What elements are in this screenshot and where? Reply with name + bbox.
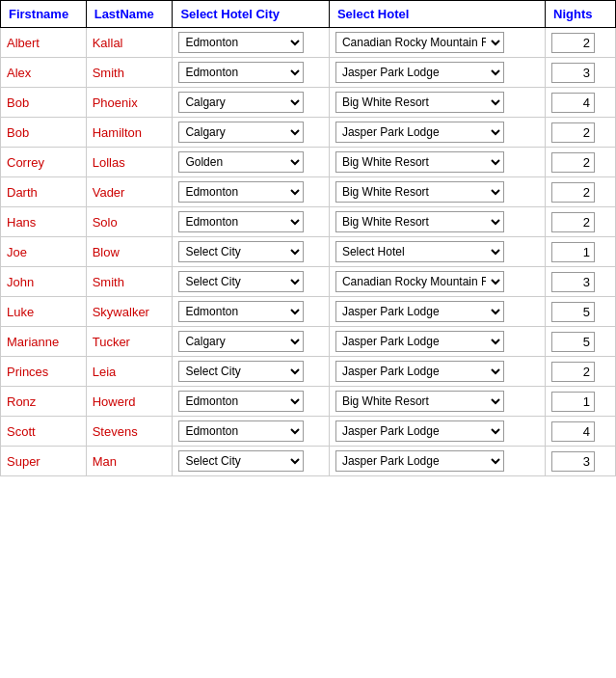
city-cell: Select CityEdmontonCalgaryGolden — [173, 88, 330, 118]
city-cell: Select CityEdmontonCalgaryGolden — [173, 357, 330, 387]
city-select[interactable]: Select CityEdmontonCalgaryGolden — [178, 32, 304, 53]
firstname-cell: Darth — [1, 177, 87, 207]
hotel-cell: Select HotelCanadian Rocky Mountain ReJa… — [329, 148, 545, 177]
hotel-select[interactable]: Select HotelCanadian Rocky Mountain ReJa… — [335, 211, 504, 232]
firstname-cell: Albert — [1, 28, 87, 58]
lastname-cell: Smith — [86, 267, 173, 297]
nights-input[interactable] — [551, 302, 595, 322]
nights-input[interactable] — [551, 152, 595, 173]
city-cell: Select CityEdmontonCalgaryGolden — [173, 58, 330, 88]
nights-input[interactable] — [551, 122, 595, 143]
city-select[interactable]: Select CityEdmontonCalgaryGolden — [178, 151, 304, 173]
lastname-cell: Kallal — [86, 28, 173, 58]
nights-cell — [546, 148, 616, 177]
hotel-select[interactable]: Select HotelCanadian Rocky Mountain ReJa… — [335, 420, 504, 442]
city-select[interactable]: Select CityEdmontonCalgaryGolden — [178, 181, 304, 203]
hotel-select[interactable]: Select HotelCanadian Rocky Mountain ReJa… — [335, 92, 504, 113]
lastname-cell: Tucker — [86, 327, 173, 357]
hotel-select[interactable]: Select HotelCanadian Rocky Mountain ReJa… — [335, 122, 504, 143]
lastname-cell: Blow — [86, 237, 173, 267]
firstname-cell: Alex — [1, 58, 87, 88]
main-table: Firstname LastName Select Hotel City Sel… — [0, 0, 616, 476]
nights-input[interactable] — [551, 33, 595, 53]
city-select[interactable]: Select CityEdmontonCalgaryGolden — [178, 211, 304, 232]
nights-input[interactable] — [551, 272, 595, 292]
city-select[interactable]: Select CityEdmontonCalgaryGolden — [178, 62, 304, 83]
table-row: HansSoloSelect CityEdmontonCalgaryGolden… — [1, 207, 616, 237]
nights-cell — [546, 207, 616, 237]
city-select[interactable]: Select CityEdmontonCalgaryGolden — [178, 361, 304, 382]
nights-cell — [546, 237, 616, 267]
lastname-cell: Stevens — [86, 417, 173, 447]
nights-cell — [546, 58, 616, 88]
city-cell: Select CityEdmontonCalgaryGolden — [173, 297, 330, 327]
lastname-cell: Howerd — [86, 387, 173, 417]
hotel-cell: Select HotelCanadian Rocky Mountain ReJa… — [329, 28, 545, 58]
hotel-select[interactable]: Select HotelCanadian Rocky Mountain ReJa… — [335, 301, 504, 322]
nights-cell — [546, 387, 616, 417]
nights-input[interactable] — [551, 451, 595, 472]
nights-input[interactable] — [551, 212, 595, 232]
table-row: DarthVaderSelect CityEdmontonCalgaryGold… — [1, 177, 616, 207]
hotel-select[interactable]: Select HotelCanadian Rocky Mountain ReJa… — [335, 62, 504, 83]
header-nights: Nights — [546, 1, 616, 28]
city-select[interactable]: Select CityEdmontonCalgaryGolden — [178, 331, 304, 352]
nights-cell — [546, 357, 616, 387]
hotel-cell: Select HotelCanadian Rocky Mountain ReJa… — [329, 177, 545, 207]
city-select[interactable]: Select CityEdmontonCalgaryGolden — [178, 92, 304, 113]
city-cell: Select CityEdmontonCalgaryGolden — [173, 177, 330, 207]
table-row: JohnSmithSelect CityEdmontonCalgaryGolde… — [1, 267, 616, 297]
city-select[interactable]: Select CityEdmontonCalgaryGolden — [178, 391, 304, 412]
city-select[interactable]: Select CityEdmontonCalgaryGolden — [178, 122, 304, 143]
city-select[interactable]: Select CityEdmontonCalgaryGolden — [178, 241, 304, 262]
city-select[interactable]: Select CityEdmontonCalgaryGolden — [178, 420, 304, 442]
hotel-select[interactable]: Select HotelCanadian Rocky Mountain ReJa… — [335, 32, 504, 53]
table-row: RonzHowerdSelect CityEdmontonCalgaryGold… — [1, 387, 616, 417]
nights-input[interactable] — [551, 362, 595, 382]
city-select[interactable]: Select CityEdmontonCalgaryGolden — [178, 271, 304, 292]
firstname-cell: Hans — [1, 207, 87, 237]
city-select[interactable]: Select CityEdmontonCalgaryGolden — [178, 450, 304, 472]
nights-input[interactable] — [551, 332, 595, 352]
hotel-select[interactable]: Select HotelCanadian Rocky Mountain ReJa… — [335, 271, 504, 292]
hotel-cell: Select HotelCanadian Rocky Mountain ReJa… — [329, 357, 545, 387]
nights-input[interactable] — [551, 182, 595, 203]
hotel-cell: Select HotelCanadian Rocky Mountain ReJa… — [329, 297, 545, 327]
lastname-cell: Solo — [86, 207, 173, 237]
nights-input[interactable] — [551, 421, 595, 442]
nights-input[interactable] — [551, 392, 595, 412]
hotel-select[interactable]: Select HotelCanadian Rocky Mountain ReJa… — [335, 331, 504, 352]
table-row: JoeBlowSelect CityEdmontonCalgaryGoldenS… — [1, 237, 616, 267]
lastname-cell: Hamilton — [86, 118, 173, 148]
hotel-cell: Select HotelCanadian Rocky Mountain ReJa… — [329, 88, 545, 118]
lastname-cell: Vader — [86, 177, 173, 207]
hotel-select[interactable]: Select HotelCanadian Rocky Mountain ReJa… — [335, 361, 504, 382]
city-select[interactable]: Select CityEdmontonCalgaryGolden — [178, 301, 304, 322]
hotel-select[interactable]: Select HotelCanadian Rocky Mountain ReJa… — [335, 450, 504, 472]
nights-input[interactable] — [551, 93, 595, 113]
header-city: Select Hotel City — [173, 1, 330, 28]
hotel-cell: Select HotelCanadian Rocky Mountain ReJa… — [329, 417, 545, 447]
nights-cell — [546, 297, 616, 327]
table-row: MarianneTuckerSelect CityEdmontonCalgary… — [1, 327, 616, 357]
hotel-cell: Select HotelCanadian Rocky Mountain ReJa… — [329, 387, 545, 417]
hotel-select[interactable]: Select HotelCanadian Rocky Mountain ReJa… — [335, 151, 504, 173]
hotel-select[interactable]: Select HotelCanadian Rocky Mountain ReJa… — [335, 181, 504, 203]
table-row: LukeSkywalkerSelect CityEdmontonCalgaryG… — [1, 297, 616, 327]
hotel-select[interactable]: Select HotelCanadian Rocky Mountain ReJa… — [335, 391, 504, 412]
firstname-cell: Princes — [1, 357, 87, 387]
firstname-cell: Luke — [1, 297, 87, 327]
nights-input[interactable] — [551, 242, 595, 262]
city-cell: Select CityEdmontonCalgaryGolden — [173, 447, 330, 476]
nights-input[interactable] — [551, 63, 595, 83]
hotel-select[interactable]: Select HotelCanadian Rocky Mountain ReJa… — [335, 241, 504, 262]
firstname-cell: John — [1, 267, 87, 297]
city-cell: Select CityEdmontonCalgaryGolden — [173, 28, 330, 58]
firstname-cell: Bob — [1, 88, 87, 118]
firstname-cell: Joe — [1, 237, 87, 267]
city-cell: Select CityEdmontonCalgaryGolden — [173, 387, 330, 417]
hotel-cell: Select HotelCanadian Rocky Mountain ReJa… — [329, 327, 545, 357]
city-cell: Select CityEdmontonCalgaryGolden — [173, 327, 330, 357]
hotel-cell: Select HotelCanadian Rocky Mountain ReJa… — [329, 237, 545, 267]
nights-cell — [546, 177, 616, 207]
